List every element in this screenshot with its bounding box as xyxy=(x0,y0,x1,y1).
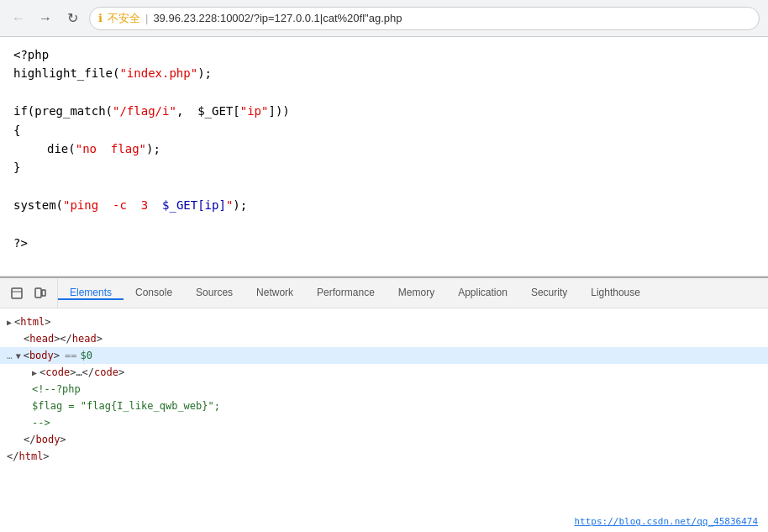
devtools-tabs: Elements Console Sources Network Perform… xyxy=(58,287,768,300)
dom-equals-sign: == xyxy=(65,350,76,361)
device-toolbar-button[interactable] xyxy=(30,283,50,303)
code-line-11: ?> xyxy=(13,234,755,252)
code-line-9: system("ping -c 3 $_GET[ip]"); xyxy=(13,196,755,214)
dom-code: ▶ <code>…</code> xyxy=(0,364,768,381)
refresh-button[interactable]: ↻ xyxy=(62,8,82,29)
forward-button[interactable]: → xyxy=(35,8,55,29)
tab-console[interactable]: Console xyxy=(124,287,184,300)
devtools-icon-group xyxy=(0,278,58,308)
code-line-1: <?php xyxy=(13,45,755,64)
code-line-4: if(preg_match("/flag/i", $_GET["ip"])) xyxy=(13,102,755,120)
ellipsis-icon: … xyxy=(7,350,13,361)
triangle-right-code-icon: ▶ xyxy=(32,368,37,377)
tab-performance[interactable]: Performance xyxy=(305,287,387,300)
code-line-2: highlight_file("index.php"); xyxy=(13,64,755,82)
watermark-link[interactable]: https://blog.csdn.net/qq_45836474 xyxy=(574,516,758,527)
svg-rect-3 xyxy=(42,290,45,296)
triangle-down-icon: ▼ xyxy=(16,351,21,361)
code-line-7: } xyxy=(13,158,755,176)
tab-sources[interactable]: Sources xyxy=(184,287,245,300)
inspect-element-button[interactable] xyxy=(7,283,27,303)
url-text: 39.96.23.228:10002/?ip=127.0.0.1|cat%20f… xyxy=(153,12,402,24)
svg-rect-2 xyxy=(35,288,41,298)
code-line-8 xyxy=(13,177,755,196)
dom-comment-open: <!--?php xyxy=(0,381,768,398)
devtools-toolbar: Elements Console Sources Network Perform… xyxy=(0,278,768,308)
dom-comment-close: --> xyxy=(0,414,768,431)
security-label: 不安全 xyxy=(108,11,140,26)
devtools-content: ▶ <html> <head></head> … ▼ <body> == $0 … xyxy=(0,308,768,532)
code-line-10 xyxy=(13,215,755,234)
url-separator: | xyxy=(145,12,148,24)
back-button[interactable]: ← xyxy=(8,8,29,29)
dom-dollar-zero: $0 xyxy=(80,350,92,361)
tab-lighthouse[interactable]: Lighthouse xyxy=(579,287,652,300)
tab-application[interactable]: Application xyxy=(446,287,519,300)
triangle-icon: ▶ xyxy=(7,318,12,327)
tab-elements[interactable]: Elements xyxy=(58,287,124,300)
dom-body: … ▼ <body> == $0 xyxy=(0,347,768,364)
browser-toolbar: ← → ↻ ℹ 不安全 | 39.96.23.228:10002/?ip=127… xyxy=(0,0,768,37)
tab-memory[interactable]: Memory xyxy=(387,287,446,300)
code-line-5: { xyxy=(13,121,755,140)
devtools-panel: Elements Console Sources Network Perform… xyxy=(0,277,768,532)
lock-icon: ℹ xyxy=(98,12,103,24)
code-line-6: die("no flag"); xyxy=(13,140,755,158)
tab-security[interactable]: Security xyxy=(519,287,579,300)
address-bar[interactable]: ℹ 不安全 | 39.96.23.228:10002/?ip=127.0.0.1… xyxy=(89,7,760,30)
dom-head: <head></head> xyxy=(0,330,768,347)
dom-html-open: ▶ <html> xyxy=(0,313,768,330)
svg-rect-0 xyxy=(12,288,22,298)
dom-flag-var: $flag = "flag{I_like_qwb_web}"; xyxy=(0,398,768,414)
code-line-3 xyxy=(13,83,755,102)
page-content: <?php highlight_file("index.php"); if(pr… xyxy=(0,37,768,277)
tab-network[interactable]: Network xyxy=(245,287,305,300)
dom-body-close: </body> xyxy=(0,431,768,448)
dom-html-close: </html> xyxy=(0,448,768,465)
